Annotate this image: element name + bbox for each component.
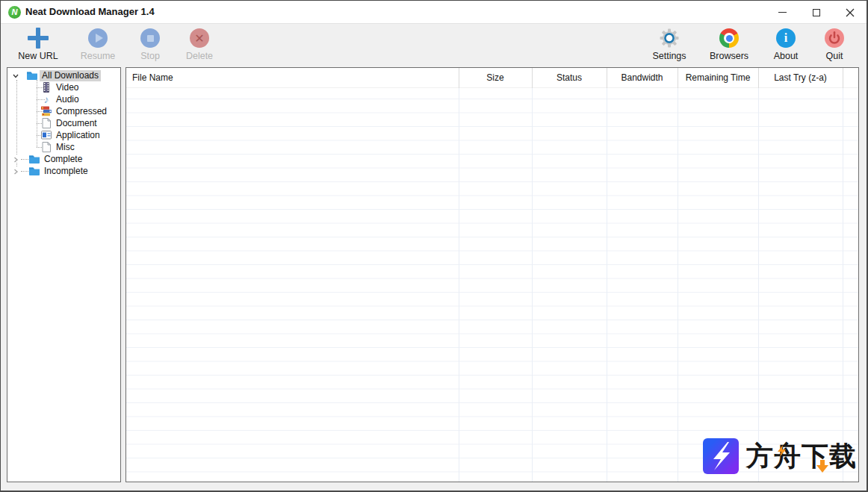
about-label: About (774, 51, 799, 61)
info-circle-icon: i (776, 28, 796, 48)
resume-button[interactable]: Resume (72, 26, 123, 65)
column-header-size[interactable]: Size (459, 68, 532, 88)
power-circle-icon (825, 28, 844, 48)
sidebar-item-misc[interactable]: Misc (7, 141, 120, 153)
sidebar-item-label: Compressed (54, 106, 109, 117)
column-separator (758, 68, 759, 88)
title-bar: N Neat Download Manager 1.4 (1, 1, 867, 24)
settings-button[interactable]: Settings (644, 26, 695, 65)
lightning-icon (778, 445, 787, 457)
category-tree: All Downloads Video ♪ Audio Compressed (7, 67, 121, 482)
column-separator (532, 68, 533, 88)
quit-button[interactable]: Quit (809, 26, 860, 65)
close-button[interactable] (833, 1, 867, 24)
column-separator (678, 68, 678, 88)
column-separator (607, 68, 607, 88)
toolbar: New URL Resume Stop ✕ Delete (1, 24, 867, 66)
film-icon (40, 81, 52, 93)
chevron-down-icon[interactable] (12, 72, 19, 79)
stop-circle-icon (140, 28, 160, 48)
resume-label: Resume (81, 51, 116, 61)
sidebar-item-document[interactable]: Document (7, 117, 120, 129)
grid-line (532, 88, 533, 482)
column-header-bandwidth[interactable]: Bandwidth (607, 68, 678, 88)
sidebar-item-video[interactable]: Video (7, 81, 120, 93)
sidebar-item-application[interactable]: Application (7, 129, 120, 141)
stop-label: Stop (140, 51, 160, 61)
sidebar-item-complete[interactable]: Complete (7, 153, 120, 165)
grid-line (678, 88, 678, 482)
about-button[interactable]: i About (760, 26, 811, 65)
minimize-button[interactable] (766, 1, 799, 24)
column-header-file-name[interactable]: File Name (126, 68, 459, 88)
watermark: 方舟下载 (703, 437, 852, 475)
sidebar-item-label: Complete (42, 154, 84, 165)
delete-button[interactable]: ✕ Delete (174, 26, 225, 65)
square-icon (813, 9, 820, 16)
browsers-button[interactable]: Browsers (704, 26, 754, 65)
sidebar-item-label: Application (54, 130, 102, 141)
folder-icon (28, 153, 40, 165)
sidebar-item-label: Video (54, 82, 81, 93)
column-header-remaining-time[interactable]: Remaining Time (678, 68, 758, 88)
sidebar-item-audio[interactable]: ♪ Audio (7, 93, 120, 105)
archive-icon (40, 105, 52, 117)
window-title: Neat Download Manager 1.4 (25, 1, 155, 23)
gear-icon (660, 28, 679, 48)
quit-label: Quit (826, 51, 843, 61)
watermark-logo-icon (703, 438, 739, 474)
app-window-icon (40, 129, 52, 141)
sidebar-item-label: Document (54, 118, 99, 129)
app-logo-icon: N (8, 6, 21, 19)
window-controls (766, 1, 867, 24)
app-window: N Neat Download Manager 1.4 New URL (0, 0, 868, 492)
sidebar-item-all-downloads[interactable]: All Downloads (7, 69, 120, 81)
maximize-button[interactable] (799, 1, 833, 24)
chrome-icon (719, 28, 739, 48)
column-header-last-try[interactable]: Last Try (z-a) (758, 68, 843, 88)
sidebar-item-incomplete[interactable]: Incomplete (7, 165, 120, 177)
grid-line (607, 88, 607, 482)
column-header-status[interactable]: Status (532, 68, 607, 88)
grid-line (758, 88, 759, 482)
delete-label: Delete (186, 51, 213, 61)
stop-button[interactable]: Stop (125, 26, 176, 65)
x-icon (846, 8, 855, 17)
settings-label: Settings (652, 51, 686, 61)
x-circle-icon: ✕ (190, 28, 209, 48)
minus-icon (778, 12, 787, 13)
download-list: File Name Size Status Bandwidth Remainin… (125, 67, 859, 482)
column-separator (459, 68, 459, 88)
page-icon (40, 141, 52, 153)
sidebar-item-label: Audio (54, 94, 81, 105)
down-arrow-icon (816, 460, 828, 473)
watermark-text: 方舟下载 (746, 437, 857, 475)
plus-icon (28, 28, 49, 49)
column-separator (843, 68, 843, 88)
music-note-icon: ♪ (40, 93, 52, 105)
page-icon (40, 117, 52, 129)
chevron-right-icon[interactable] (12, 167, 19, 175)
grid-line (459, 88, 459, 482)
sidebar-item-compressed[interactable]: Compressed (7, 105, 120, 117)
chevron-right-icon[interactable] (12, 155, 19, 163)
sidebar-item-label: All Downloads (40, 70, 101, 81)
grid-line (843, 88, 843, 482)
folder-icon (26, 69, 38, 81)
list-header: File Name Size Status Bandwidth Remainin… (126, 68, 858, 88)
list-body (126, 88, 858, 482)
new-url-button[interactable]: New URL (13, 26, 63, 65)
play-circle-icon (88, 28, 108, 48)
new-url-label: New URL (18, 51, 58, 61)
sidebar-item-label: Incomplete (42, 166, 90, 177)
folder-icon (28, 165, 40, 177)
browsers-label: Browsers (710, 51, 748, 61)
sidebar-item-label: Misc (54, 142, 77, 153)
